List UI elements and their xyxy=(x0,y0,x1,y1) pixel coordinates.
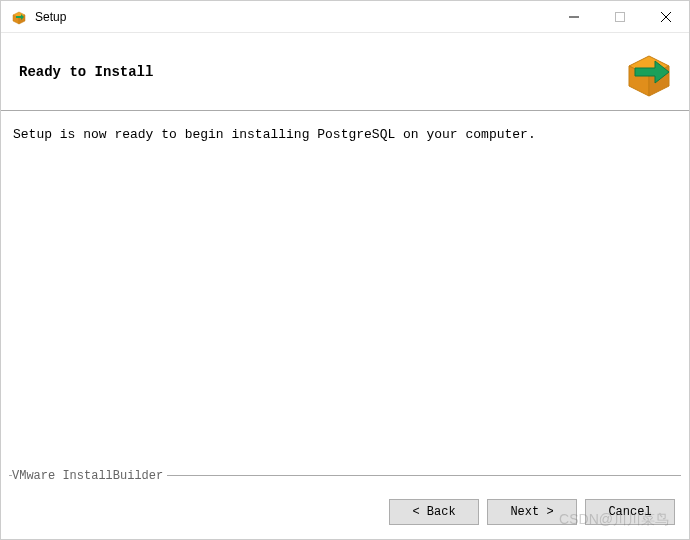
minimize-button[interactable] xyxy=(551,1,597,32)
window-controls xyxy=(551,1,689,32)
cancel-button[interactable]: Cancel xyxy=(585,499,675,525)
next-button[interactable]: Next > xyxy=(487,499,577,525)
wizard-footer: VMware InstallBuilder < Back Next > Canc… xyxy=(1,475,689,539)
back-button[interactable]: < Back xyxy=(389,499,479,525)
wizard-body: Setup is now ready to begin installing P… xyxy=(1,111,689,475)
svg-rect-5 xyxy=(616,12,625,21)
box-arrow-icon xyxy=(621,44,677,100)
footer-divider: VMware InstallBuilder xyxy=(9,475,681,485)
window-title: Setup xyxy=(35,10,551,24)
page-title: Ready to Install xyxy=(19,64,153,80)
ready-message: Setup is now ready to begin installing P… xyxy=(13,125,671,145)
close-button[interactable] xyxy=(643,1,689,32)
branding-text: VMware InstallBuilder xyxy=(12,469,167,483)
box-arrow-icon xyxy=(11,9,27,25)
button-row: < Back Next > Cancel xyxy=(389,499,675,525)
wizard-header: Ready to Install xyxy=(1,33,689,111)
maximize-button xyxy=(597,1,643,32)
titlebar: Setup xyxy=(1,1,689,33)
